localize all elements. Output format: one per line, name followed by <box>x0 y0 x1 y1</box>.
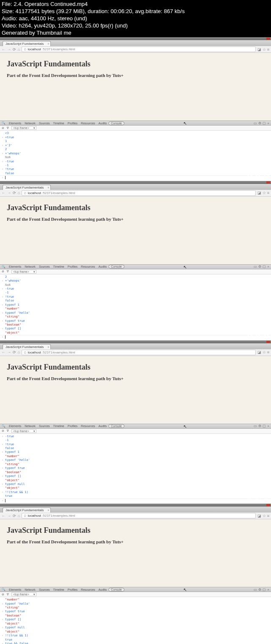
home-button[interactable]: ⌂ <box>18 350 20 354</box>
reload-button[interactable]: ⟳ <box>13 350 16 354</box>
devtools-settings-icon[interactable]: ⚙ <box>258 424 261 428</box>
menu-icon[interactable]: ≡ <box>267 191 269 195</box>
devtools-close-icon[interactable]: × <box>267 588 269 592</box>
browser-tab[interactable]: JavaScript Fundamentals × <box>3 185 51 190</box>
maximize-button[interactable] <box>260 181 264 184</box>
devtools-tab-network[interactable]: Network <box>23 265 37 268</box>
bookmark-icon[interactable]: ☆ <box>263 350 266 354</box>
devtools-settings-icon[interactable]: ⚙ <box>258 588 261 592</box>
console-output[interactable]: 2›+'whoops' NaN›-true -1›!true false›typ… <box>0 274 271 340</box>
search-icon[interactable]: 🔍 <box>2 588 6 591</box>
devtools-tab-audits[interactable]: Audits <box>97 425 108 428</box>
back-button[interactable]: ← <box>2 47 6 52</box>
devtools-tab-profiles[interactable]: Profiles <box>66 122 79 125</box>
frame-selector[interactable]: <top frame> ▾ <box>11 126 36 130</box>
devtools-device-icon[interactable]: ▭ <box>254 265 257 269</box>
devtools-settings-icon[interactable]: ⚙ <box>258 265 261 269</box>
forward-button[interactable]: → <box>7 191 11 195</box>
minimize-button[interactable] <box>254 341 257 343</box>
devtools-tab-network[interactable]: Network <box>23 588 37 591</box>
bookmark-icon[interactable]: ☆ <box>263 191 266 195</box>
filter-icon[interactable]: ∇ <box>7 429 9 433</box>
tab-close-icon[interactable]: × <box>47 345 49 348</box>
home-button[interactable]: ⌂ <box>18 191 20 195</box>
bookmark-icon[interactable]: ☆ <box>263 47 266 52</box>
devtools-tab-timeline[interactable]: Timeline <box>52 425 66 428</box>
console-prompt[interactable]: › <box>0 175 271 180</box>
filter-icon[interactable]: ∇ <box>7 270 9 273</box>
console-output[interactable]: ›-true -1›!true false›typeof 1 "number"›… <box>0 434 271 504</box>
forward-button[interactable]: → <box>7 350 11 354</box>
reload-button[interactable]: ⟳ <box>13 191 16 195</box>
filter-icon[interactable]: ∇ <box>7 126 9 130</box>
clear-console-icon[interactable]: ⊘ <box>2 270 4 273</box>
devtools-tab-elements[interactable]: Elements <box>7 265 23 268</box>
devtools-tab-resources[interactable]: Resources <box>79 425 97 428</box>
close-button[interactable] <box>266 504 270 506</box>
devtools-tab-resources[interactable]: Resources <box>79 265 97 268</box>
minimize-button[interactable] <box>254 504 257 506</box>
back-button[interactable]: ← <box>2 514 6 518</box>
bookmark-icon[interactable]: ☆ <box>263 514 266 518</box>
devtools-tab-profiles[interactable]: Profiles <box>66 588 79 591</box>
home-button[interactable]: ⌂ <box>18 47 20 52</box>
address-bar[interactable]: 🗋 localhost:52371/examples.html <box>22 47 255 52</box>
address-bar[interactable]: 🗋 localhost:52371/examples.html <box>22 190 255 196</box>
devtools-dock-icon[interactable]: ▢ <box>263 588 266 592</box>
devtools-close-icon[interactable]: × <box>267 265 269 269</box>
address-bar[interactable]: 🗋 localhost:52371/examples.html <box>22 350 255 355</box>
close-button[interactable] <box>266 181 270 184</box>
devtools-tab-elements[interactable]: Elements <box>7 425 23 428</box>
maximize-button[interactable] <box>260 504 264 506</box>
reload-button[interactable]: ⟳ <box>13 47 16 52</box>
address-bar[interactable]: 🗋 localhost:52371/examples.html <box>22 513 255 518</box>
devtools-tab-audits[interactable]: Audits <box>97 265 108 268</box>
devtools-tab-audits[interactable]: Audits <box>97 122 108 125</box>
browser-tab[interactable]: JavaScript Fundamentals × <box>3 344 51 349</box>
browser-tab[interactable]: JavaScript Fundamentals × <box>3 41 51 46</box>
search-icon[interactable]: 🔍 <box>2 425 6 428</box>
search-icon[interactable]: 🔍 <box>2 265 6 269</box>
extension-icon[interactable]: ◪ <box>257 47 261 52</box>
devtools-tab-console[interactable]: Console <box>108 424 124 428</box>
console-prompt[interactable]: › <box>0 335 271 339</box>
devtools-tab-network[interactable]: Network <box>23 122 37 125</box>
menu-icon[interactable]: ≡ <box>267 514 269 518</box>
filter-icon[interactable]: ∇ <box>7 593 9 596</box>
back-button[interactable]: ← <box>2 191 6 195</box>
minimize-button[interactable] <box>254 181 257 184</box>
devtools-close-icon[interactable]: × <box>267 121 269 125</box>
devtools-tab-network[interactable]: Network <box>23 425 37 428</box>
devtools-tab-timeline[interactable]: Timeline <box>52 588 66 591</box>
devtools-tab-console[interactable]: Console <box>108 265 124 269</box>
devtools-tab-sources[interactable]: Sources <box>37 425 52 428</box>
frame-selector[interactable]: <top frame> ▾ <box>11 592 36 596</box>
reload-button[interactable]: ⟳ <box>13 514 16 518</box>
minimize-button[interactable] <box>254 38 257 40</box>
devtools-tab-profiles[interactable]: Profiles <box>66 425 79 428</box>
devtools-tab-sources[interactable]: Sources <box>37 265 52 268</box>
forward-button[interactable]: → <box>7 514 11 518</box>
close-button[interactable] <box>266 38 270 40</box>
devtools-tab-console[interactable]: Console <box>108 588 124 592</box>
maximize-button[interactable] <box>260 341 264 343</box>
console-output[interactable]: <3›+true 1›+'2' 2›+'whoops' NaN›-true -1… <box>0 131 271 181</box>
devtools-tab-resources[interactable]: Resources <box>79 122 97 125</box>
devtools-close-icon[interactable]: × <box>267 424 269 428</box>
extension-icon[interactable]: ◪ <box>257 191 261 195</box>
console-prompt[interactable]: › <box>0 499 271 503</box>
frame-selector[interactable]: <top frame> ▾ <box>11 429 36 433</box>
menu-icon[interactable]: ≡ <box>267 350 269 354</box>
clear-console-icon[interactable]: ⊘ <box>2 593 4 596</box>
devtools-device-icon[interactable]: ▭ <box>254 424 257 428</box>
search-icon[interactable]: 🔍 <box>2 121 6 125</box>
devtools-dock-icon[interactable]: ▢ <box>263 121 266 125</box>
browser-tab[interactable]: JavaScript Fundamentals × <box>3 507 51 512</box>
forward-button[interactable]: → <box>7 47 11 52</box>
tab-close-icon[interactable]: × <box>47 509 49 512</box>
devtools-device-icon[interactable]: ▭ <box>254 588 257 592</box>
devtools-tab-elements[interactable]: Elements <box>7 122 23 125</box>
close-button[interactable] <box>266 341 270 343</box>
extension-icon[interactable]: ◪ <box>257 514 261 518</box>
devtools-dock-icon[interactable]: ▢ <box>263 265 266 269</box>
